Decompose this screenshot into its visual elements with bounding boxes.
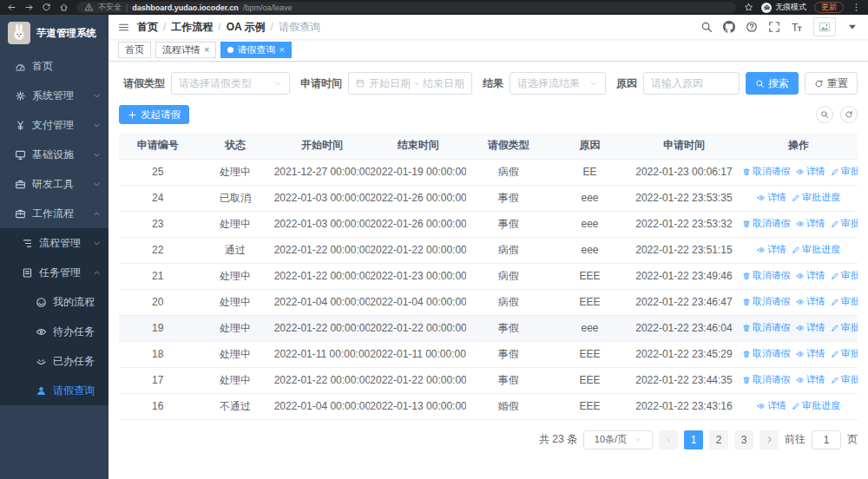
progress-link[interactable]: 审批进度: [831, 321, 858, 334]
search-circle-icon[interactable]: [816, 106, 833, 123]
tab-label: 流程详情: [162, 43, 201, 56]
cancel-leave-link[interactable]: 取消请假: [742, 165, 791, 178]
detail-link[interactable]: 详情: [796, 347, 825, 360]
sidebar-logo[interactable]: 芋道管理系统: [0, 15, 108, 51]
update-button[interactable]: 更新: [814, 2, 844, 13]
prev-page-button[interactable]: [659, 430, 678, 449]
cancel-leave-link[interactable]: 取消请假: [742, 347, 791, 360]
breadcrumb-item[interactable]: 工作流程: [171, 20, 213, 35]
detail-link[interactable]: 详情: [757, 399, 786, 412]
progress-link[interactable]: 审批进度: [792, 399, 840, 412]
search-icon[interactable]: [700, 21, 713, 33]
reload-icon[interactable]: [42, 3, 51, 12]
sidebar-item-payment[interactable]: 支付管理: [0, 110, 108, 140]
search-button[interactable]: 搜索: [746, 72, 799, 95]
table-row[interactable]: 21处理中2022-01-22 00:00:002022-01-23 00:00…: [119, 263, 858, 289]
breadcrumb-item[interactable]: 首页: [137, 20, 158, 35]
sidebar-item-my-process[interactable]: 我的流程: [0, 287, 108, 317]
avatar[interactable]: [813, 17, 836, 36]
breadcrumb: 首页 / 工作流程 / OA 示例 / 请假查询: [137, 20, 320, 35]
apply-time-range-picker[interactable]: 开始日期 - 结束日期: [348, 72, 472, 95]
kebab-menu-icon[interactable]: [852, 3, 861, 12]
sidebar-item-home[interactable]: 首页: [0, 51, 108, 81]
cell-end: 2022-01-26 00:00:00: [370, 211, 466, 237]
table-row[interactable]: 16不通过2022-01-04 00:00:002022-01-13 00:00…: [119, 393, 858, 419]
sidebar-item-todo-tasks[interactable]: 待办任务: [0, 317, 108, 346]
detail-link[interactable]: 详情: [796, 269, 825, 282]
table-row[interactable]: 18处理中2022-01-11 00:00:002022-01-11 00:00…: [119, 341, 858, 367]
progress-link[interactable]: 审批进度: [831, 295, 858, 308]
leave-type-select[interactable]: 请选择请假类型: [171, 72, 290, 95]
fullscreen-icon[interactable]: [768, 21, 780, 33]
cell-reason: EE: [551, 159, 628, 185]
hamburger-icon[interactable]: [118, 22, 129, 33]
star-icon[interactable]: [744, 3, 753, 12]
back-icon[interactable]: [7, 3, 16, 12]
cancel-leave-link[interactable]: 取消请假: [742, 321, 791, 334]
goto-page-input[interactable]: [812, 430, 841, 449]
question-icon[interactable]: [746, 21, 758, 33]
delete-icon: [742, 272, 751, 280]
close-icon[interactable]: ×: [279, 45, 284, 55]
table-row[interactable]: 19处理中2022-01-22 00:00:002022-01-22 00:00…: [119, 315, 858, 341]
github-icon[interactable]: [723, 21, 735, 33]
sidebar-item-infra[interactable]: 基础设施: [0, 140, 108, 169]
reason-input[interactable]: 请输入原因: [643, 72, 740, 95]
close-icon[interactable]: ×: [204, 45, 209, 55]
progress-link[interactable]: 审批进度: [831, 269, 858, 282]
breadcrumb-item[interactable]: OA 示例: [227, 20, 266, 35]
progress-link[interactable]: 审批进度: [831, 347, 858, 360]
table-row[interactable]: 25处理中2021-12-27 00:00:002022-01-19 00:00…: [119, 159, 858, 185]
sidebar-item-devtools[interactable]: 研发工具: [0, 169, 108, 199]
progress-link[interactable]: 审批进度: [831, 165, 858, 178]
create-leave-button[interactable]: 发起请假: [119, 105, 189, 124]
page-button-3[interactable]: 3: [734, 430, 753, 449]
caret-down-icon[interactable]: [846, 21, 858, 33]
detail-link[interactable]: 详情: [796, 165, 825, 178]
page-button-1[interactable]: 1: [684, 430, 703, 449]
progress-link[interactable]: 审批进度: [831, 217, 858, 230]
table-row[interactable]: 22通过2022-01-22 00:00:002022-01-22 00:00:…: [119, 237, 858, 263]
sidebar-item-process-mgmt[interactable]: 流程管理: [0, 228, 108, 258]
url-bar[interactable]: 不安全 | dashboard.yudao.iocoder.cn /bpm/oa…: [76, 2, 736, 13]
result-select[interactable]: 请选择流结果: [510, 72, 606, 95]
detail-link[interactable]: 详情: [796, 295, 825, 308]
table-row[interactable]: 17处理中2022-01-22 00:00:002022-01-22 00:00…: [119, 367, 858, 393]
home-icon[interactable]: [59, 3, 69, 12]
cancel-leave-link[interactable]: 取消请假: [742, 295, 791, 308]
detail-link[interactable]: 详情: [757, 243, 786, 256]
cell-status: 处理中: [196, 315, 273, 341]
cancel-leave-link[interactable]: 取消请假: [742, 269, 791, 282]
tab-item[interactable]: 请假查询×: [220, 42, 291, 58]
progress-link[interactable]: 审批进度: [792, 243, 840, 256]
table-row[interactable]: 24已取消2022-01-03 00:00:002022-01-26 00:00…: [119, 185, 858, 211]
sidebar-item-system[interactable]: 系统管理: [0, 81, 108, 110]
reset-button[interactable]: 重置: [805, 72, 858, 95]
next-page-button[interactable]: [760, 430, 779, 449]
cancel-leave-link[interactable]: 取消请假: [742, 217, 791, 230]
sidebar-item-leave-query[interactable]: 请假查询: [0, 376, 108, 405]
sidebar-item-task-mgmt[interactable]: 任务管理: [0, 258, 108, 287]
detail-link[interactable]: 详情: [796, 217, 825, 230]
cancel-leave-link[interactable]: 取消请假: [742, 373, 791, 386]
page-button-2[interactable]: 2: [709, 430, 728, 449]
pen-icon: [831, 324, 839, 332]
column-header: 结束时间: [370, 133, 466, 159]
tab-item[interactable]: 流程详情×: [155, 42, 216, 58]
cell-type: 事假: [466, 341, 551, 367]
detail-link[interactable]: 详情: [796, 373, 825, 386]
refresh-circle-icon[interactable]: [840, 106, 858, 123]
sidebar-item-workflow[interactable]: 工作流程: [0, 199, 108, 228]
font-size-icon[interactable]: [791, 21, 803, 33]
eye-icon: [796, 350, 805, 358]
table-row[interactable]: 20处理中2022-01-04 00:00:002022-01-04 00:00…: [119, 289, 858, 315]
table-row[interactable]: 23处理中2022-01-03 00:00:002022-01-26 00:00…: [119, 211, 858, 237]
progress-link[interactable]: 审批进度: [792, 191, 840, 204]
forward-icon[interactable]: [24, 3, 34, 12]
sidebar-item-done-tasks[interactable]: 已办任务: [0, 346, 108, 376]
tab-item[interactable]: 首页: [118, 42, 151, 58]
detail-link[interactable]: 详情: [796, 321, 825, 334]
detail-link[interactable]: 详情: [757, 191, 786, 204]
page-size-select[interactable]: 10条/页: [583, 430, 653, 449]
progress-link[interactable]: 审批进度: [831, 373, 858, 386]
